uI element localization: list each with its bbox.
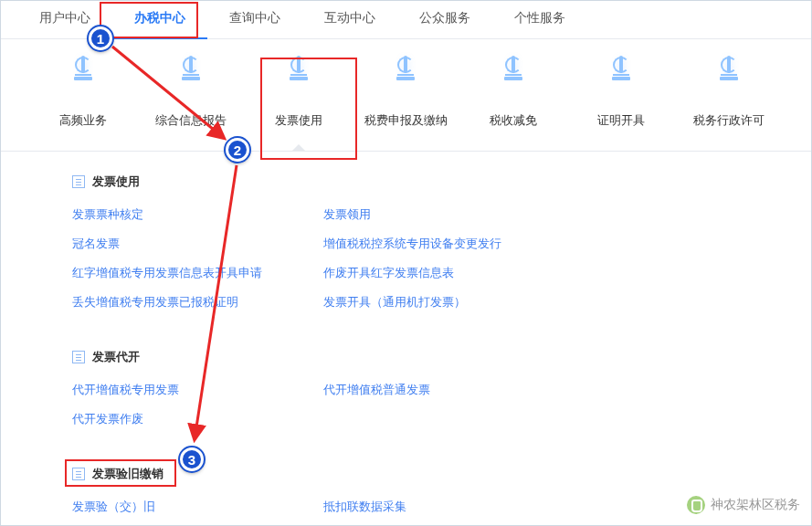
link-item[interactable]: 发票领用 bbox=[323, 206, 575, 223]
link-item[interactable]: 冠名发票 bbox=[72, 236, 323, 252]
section-header: 发票使用 bbox=[72, 174, 769, 190]
cat-invoice-use[interactable]: 发票使用 bbox=[253, 58, 344, 151]
section-header: 发票代开 bbox=[72, 349, 769, 365]
link-item[interactable]: 丢失增值税专用发票已报税证明 bbox=[72, 294, 323, 310]
top-nav: 用户中心 办税中心 查询中心 互动中心 公众服务 个性服务 bbox=[1, 1, 811, 39]
monitor-icon bbox=[382, 58, 429, 98]
link-item[interactable]: 发票票种核定 bbox=[72, 206, 323, 223]
section-header: 发票验旧缴销 bbox=[72, 466, 769, 482]
cat-tax-declare[interactable]: 税费申报及缴纳 bbox=[360, 58, 451, 151]
cat-label: 高频业务 bbox=[59, 113, 107, 127]
section-title: 发票验旧缴销 bbox=[92, 466, 163, 482]
list-icon bbox=[72, 468, 85, 480]
nav-public-service[interactable]: 公众服务 bbox=[397, 1, 492, 38]
cat-label: 税收减免 bbox=[490, 113, 537, 127]
cat-label: 证明开具 bbox=[597, 113, 645, 127]
link-item[interactable]: 发票开具（通用机打发票） bbox=[323, 294, 575, 310]
nav-tax-center[interactable]: 办税中心 bbox=[112, 1, 207, 38]
section-invoice-use: 发票使用 发票票种核定 发票领用 冠名发票 增值税税控系统专用设备变更发行 红字… bbox=[72, 174, 769, 323]
link-item[interactable]: 发票验（交）旧 bbox=[72, 499, 323, 515]
monitor-icon bbox=[167, 58, 215, 98]
cat-tax-admin[interactable]: 税务行政许可 bbox=[683, 58, 775, 151]
link-item[interactable]: 代开增值税专用发票 bbox=[72, 382, 323, 398]
cat-label: 发票使用 bbox=[275, 113, 322, 127]
nav-personal-service[interactable]: 个性服务 bbox=[492, 1, 587, 38]
cat-label: 综合信息报告 bbox=[155, 113, 227, 127]
section-title: 发票代开 bbox=[92, 349, 140, 365]
link-group: 代开增值税专用发票 代开增值税普通发票 代开发票作废 bbox=[72, 382, 769, 440]
link-item[interactable]: 代开发票作废 bbox=[72, 411, 323, 427]
link-item[interactable]: 增值税税控系统专用设备变更发行 bbox=[323, 236, 575, 252]
list-icon bbox=[72, 175, 85, 188]
link-item[interactable]: 抵扣联数据采集 bbox=[323, 499, 575, 515]
nav-query-center[interactable]: 查询中心 bbox=[207, 1, 302, 38]
section-invoice-proxy: 发票代开 代开增值税专用发票 代开增值税普通发票 代开发票作废 bbox=[72, 349, 769, 440]
cat-label: 税务行政许可 bbox=[693, 113, 765, 127]
cat-high-freq[interactable]: 高频业务 bbox=[37, 58, 129, 151]
cat-info-report[interactable]: 综合信息报告 bbox=[145, 58, 237, 151]
link-item[interactable]: 红字增值税专用发票信息表开具申请 bbox=[72, 265, 323, 281]
nav-user-center[interactable]: 用户中心 bbox=[17, 1, 112, 38]
monitor-icon bbox=[705, 58, 753, 98]
monitor-icon bbox=[490, 58, 537, 98]
list-icon bbox=[72, 351, 85, 363]
link-group: 发票验（交）旧 抵扣联数据采集 代开发票信息采集 发票缴销 bbox=[72, 499, 769, 526]
monitor-icon bbox=[275, 58, 322, 98]
monitor-icon bbox=[597, 58, 645, 98]
link-item[interactable]: 作废开具红字发票信息表 bbox=[323, 265, 575, 281]
category-row: 高频业务 综合信息报告 发票使用 税费申报及缴纳 税收减免 证明开具 税务行政许… bbox=[1, 39, 811, 152]
cat-tax-reduce[interactable]: 税收减免 bbox=[468, 58, 559, 151]
cat-cert-issue[interactable]: 证明开具 bbox=[575, 58, 667, 151]
nav-interact-center[interactable]: 互动中心 bbox=[302, 1, 397, 38]
link-group: 发票票种核定 发票领用 冠名发票 增值税税控系统专用设备变更发行 红字增值税专用… bbox=[72, 206, 769, 323]
link-item[interactable]: 代开增值税普通发票 bbox=[323, 382, 575, 398]
cat-label: 税费申报及缴纳 bbox=[364, 113, 448, 127]
section-invoice-verify: 发票验旧缴销 发票验（交）旧 抵扣联数据采集 代开发票信息采集 发票缴销 bbox=[72, 466, 769, 526]
content-panel: 发票使用 发票票种核定 发票领用 冠名发票 增值税税控系统专用设备变更发行 红字… bbox=[1, 152, 811, 526]
section-title: 发票使用 bbox=[92, 174, 140, 190]
monitor-icon bbox=[59, 58, 107, 98]
